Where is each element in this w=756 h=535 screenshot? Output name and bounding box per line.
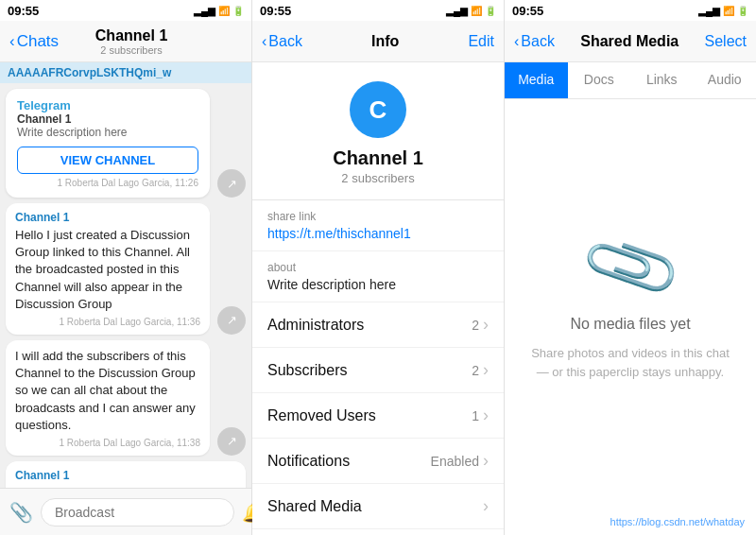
about-value: Write description here (267, 277, 489, 292)
channel-avatar: C (350, 81, 406, 138)
tab-audio[interactable]: Audio (694, 62, 757, 98)
share-link[interactable]: https://t.me/thischannel1 (267, 226, 489, 241)
chat-title: Channel 1 (95, 27, 167, 44)
ch-text-pin: Example of how to pin a message in a CHA… (15, 485, 236, 488)
notifications-chevron (483, 451, 489, 471)
forward-button-2[interactable]: ↗ (217, 427, 246, 456)
about-label: about (267, 261, 489, 274)
message-channel-pin: Channel 1 Example of how to pin a messag… (6, 461, 246, 488)
notifications-right: Enabled (431, 451, 489, 471)
own-msg-text: I will add the subscribers of this Chann… (15, 348, 200, 434)
view-channel-button[interactable]: VIEW CHANNEL (17, 147, 198, 174)
tab-docs[interactable]: Docs (568, 62, 631, 98)
battery-icon-media: 🔋 (737, 6, 748, 16)
status-time-chat: 09:55 (8, 4, 39, 18)
media-empty-state: 📎 No media files yet Share photos and vi… (505, 99, 756, 509)
administrators-chevron (483, 315, 489, 335)
channel-message-pin: Channel 1 Example of how to pin a messag… (6, 461, 246, 488)
messages-area[interactable]: Telegram Channel 1 Write description her… (0, 83, 251, 488)
channel-subs-info: 2 subscribers (341, 171, 414, 185)
ch-name-pin: Channel 1 (15, 469, 236, 482)
watermark: https://blog.csdn.net/whatday (505, 509, 756, 535)
chat-panel: 09:55 ▂▄▆ 📶 🔋 ‹ Chats Channel 1 2 subscr… (0, 0, 252, 535)
tg-meta: 1 Roberta Dal Lago Garcia, 11:26 (17, 178, 198, 188)
message-telegram-card: Telegram Channel 1 Write description her… (6, 89, 246, 198)
channel-name-big: Channel 1 (333, 147, 423, 169)
telegram-notification-card: Telegram Channel 1 Write description her… (6, 89, 210, 198)
status-time-info: 09:55 (260, 4, 291, 18)
wifi-icon-media: 📶 (723, 6, 734, 16)
removed-users-label: Removed Users (267, 407, 376, 424)
chat-subs: 2 subscribers (100, 44, 162, 56)
chat-toolbar: 📎 🔔 🎤 (0, 488, 251, 535)
notifications-label: Notifications (267, 453, 350, 470)
tab-media[interactable]: Media (505, 62, 568, 98)
channel-info-header: C Channel 1 2 subscribers (252, 62, 504, 200)
media-nav-title: Shared Media (580, 33, 679, 50)
administrators-row[interactable]: Administrators 2 (252, 302, 504, 348)
share-label: share link (267, 210, 489, 223)
back-to-chats-button[interactable]: ‹ Chats (9, 32, 59, 51)
share-link-section: share link https://t.me/thischannel1 (252, 200, 504, 251)
back-icon: ‹ (9, 32, 15, 51)
shared-media-chevron (483, 496, 489, 516)
battery-icon: 🔋 (232, 6, 244, 16)
administrators-count: 2 (472, 318, 479, 333)
removed-users-right: 1 (472, 406, 489, 425)
removed-users-chevron (483, 406, 489, 425)
signal-icon: ▂▄▆ (194, 6, 215, 16)
broadcast-input[interactable] (41, 498, 234, 526)
media-tabs: Media Docs Links Audio (505, 62, 756, 99)
message-channel-1: Channel 1 Hello I just created a Discuss… (6, 203, 246, 335)
info-nav-title: Info (371, 33, 399, 50)
media-back-button[interactable]: ‹ Back (514, 33, 555, 50)
status-icons-info: ▂▄▆ 📶 🔋 (446, 6, 496, 16)
media-back-chevron: ‹ (514, 33, 519, 50)
signal-icon-media: ▂▄▆ (698, 6, 720, 16)
media-empty-title: No media files yet (570, 316, 690, 333)
forward-button-0[interactable]: ↗ (217, 169, 246, 198)
info-nav-bar: ‹ Back Info Edit (252, 21, 504, 62)
forward-button-1[interactable]: ↗ (217, 306, 246, 335)
administrators-label: Administrators (267, 317, 364, 334)
shared-media-row[interactable]: Shared Media (252, 484, 504, 529)
own-msg-meta: 1 Roberta Dal Lago Garcia, 11:38 (15, 438, 200, 448)
shared-media-right (483, 496, 489, 516)
status-icons-media: ▂▄▆ 📶 🔋 (698, 6, 748, 16)
info-back-button[interactable]: ‹ Back (262, 33, 302, 50)
status-icons-chat: ▂▄▆ 📶 🔋 (194, 6, 244, 16)
media-panel: 09:55 ▂▄▆ 📶 🔋 ‹ Back Shared Media Select… (505, 0, 756, 535)
edit-button[interactable]: Edit (468, 33, 494, 50)
select-button[interactable]: Select (705, 33, 747, 50)
subscribers-chevron (483, 360, 489, 380)
attachment-icon[interactable]: 📎 (9, 501, 33, 524)
notifications-value: Enabled (431, 454, 479, 469)
shared-media-label: Shared Media (267, 498, 362, 515)
notifications-row[interactable]: Notifications Enabled (252, 439, 504, 484)
removed-users-row[interactable]: Removed Users 1 (252, 393, 504, 439)
media-nav-bar: ‹ Back Shared Media Select (505, 21, 756, 62)
own-message: I will add the subscribers of this Chann… (6, 340, 210, 456)
tg-channel: Channel 1 (17, 112, 198, 126)
channel-message-1: Channel 1 Hello I just created a Discuss… (6, 203, 210, 335)
ch-name-1: Channel 1 (15, 211, 200, 224)
message-own: I will add the subscribers of this Chann… (6, 340, 246, 456)
about-section: about Write description here (252, 251, 504, 302)
paperclip-icon: 📎 (576, 212, 685, 320)
ch-meta-1: 1 Roberta Dal Lago Garcia, 11:36 (15, 317, 200, 327)
delete-channel-button[interactable]: Delete Channel (252, 529, 504, 535)
chat-nav-bar: ‹ Chats Channel 1 2 subscribers (0, 21, 251, 62)
subscribers-count: 2 (472, 363, 479, 378)
info-scrollable[interactable]: C Channel 1 2 subscribers share link htt… (252, 62, 504, 535)
subscribers-label: Subscribers (267, 362, 347, 379)
battery-icon-info: 🔋 (485, 6, 496, 16)
media-empty-desc: Share photos and videos in this chat — o… (524, 344, 737, 381)
tab-links[interactable]: Links (630, 62, 694, 98)
wifi-icon-info: 📶 (471, 6, 482, 16)
channel-header-username: AAAAAFRCorvpLSKTHQmi_w (0, 62, 251, 83)
signal-icon-info: ▂▄▆ (446, 6, 468, 16)
chat-title-group: Channel 1 2 subscribers (95, 27, 167, 56)
subscribers-right: 2 (472, 360, 489, 380)
subscribers-row[interactable]: Subscribers 2 (252, 348, 504, 393)
info-panel: 09:55 ▂▄▆ 📶 🔋 ‹ Back Info Edit C Channel… (252, 0, 505, 535)
